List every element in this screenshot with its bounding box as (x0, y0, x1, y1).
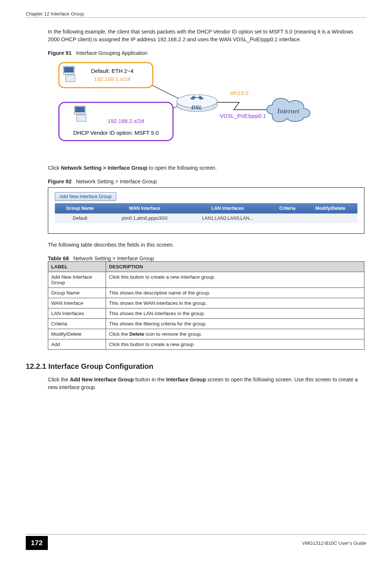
table-row: Default ptm0.1,atm0,pppo3G0 LAN1,LAN2,LA… (55, 214, 357, 223)
svg-rect-9 (77, 115, 86, 121)
th-label: LABEL (48, 262, 106, 272)
col-modify-delete: Modify/Delete (304, 203, 358, 214)
figure91-caption: Figure 91 Interface Grouping Application (48, 50, 366, 56)
table68-title: Network Setting > Interface Group (73, 255, 154, 261)
figure91-diagram: Default: ETH 2~4 192.168.1.x/24 192.168.… (48, 59, 366, 155)
guide-title: VMG1312-B10C User’s Guide (302, 540, 366, 546)
chapter-label: Chapter 12 Interface Group (26, 11, 84, 17)
t68-r4-label: Criteria (48, 319, 106, 329)
t68-r0-label: Add New Interface Group (48, 272, 106, 288)
figure92-caption: Figure 92 Network Setting > Interface Gr… (48, 179, 366, 184)
page-header: Chapter 12 Interface Group (26, 11, 366, 18)
t68-r6-desc: Click this button to create a new group. (106, 339, 364, 350)
t68-r5-label: Modify/Delete (48, 329, 106, 339)
add-new-interface-group-button[interactable]: Add New Interface Group (55, 192, 116, 201)
cell-criteria (271, 214, 304, 223)
cell-wan: ptm0.1,atm0,pppo3G0 (105, 214, 184, 223)
click-suffix: to open the following screen. (147, 165, 217, 171)
table-row: Group Name This shows the descriptive na… (48, 288, 364, 298)
section-heading-12-2-1: 12.2.1 Interface Group Configuration (26, 362, 366, 371)
table-row: Modify/Delete Click the Delete icon to r… (48, 329, 364, 339)
box1-line1: Default: ETH 2~4 (91, 68, 133, 74)
section-12-2-1-paragraph: Click the Add New Interface Group button… (48, 376, 366, 391)
col-group-name: Group Name (55, 203, 105, 214)
t68-r5-desc: Click the Delete icon to remove the grou… (106, 329, 364, 339)
click-prefix: Click (48, 165, 61, 171)
eth-label: eth10.0 (230, 90, 248, 96)
figure92-screenshot: Add New Interface Group Group Name WAN I… (48, 187, 364, 234)
t68-r3-label: LAN Interfaces (48, 308, 106, 319)
figure92-title: Network Setting > Interface Group (76, 179, 157, 184)
table68-caption: Table 68 Network Setting > Interface Gro… (48, 255, 366, 261)
svg-rect-5 (66, 75, 75, 82)
vdsl-label: VDSL_PoE/ppp0.1 (220, 113, 266, 119)
click-sentence: Click Network Setting > Interface Group … (48, 164, 366, 172)
col-lan-interfaces: LAN Interfaces (184, 203, 271, 214)
cell-lan: LAN1,LAN2,LAN3,LAN... (184, 214, 271, 223)
box2-line2: DHCP Vendor ID option: MSFT 5.0 (73, 130, 159, 136)
click-bold: Network Setting > Interface Group (61, 165, 147, 171)
table-row: Add Click this button to create a new gr… (48, 339, 364, 350)
box2-line1: 192.168.2.x/24 (107, 118, 144, 124)
cell-group-name: Default (55, 214, 105, 223)
t68-r1-label: Group Name (48, 288, 106, 298)
box1-line2: 192.168.1.x/24 (94, 76, 130, 82)
t68-r3-desc: This shows the LAN interfaces in the gro… (106, 308, 364, 319)
table-row: WAN Interface This shows the WAN interfa… (48, 298, 364, 308)
th-description: DESCRIPTION (106, 262, 364, 272)
t68-r2-desc: This shows the WAN interfaces in the gro… (106, 298, 364, 308)
cell-modify (304, 214, 358, 223)
figure91-label: Figure 91 (48, 50, 71, 56)
t68-r0-desc: Click this button to create a new interf… (106, 272, 364, 288)
svg-rect-4 (64, 67, 74, 73)
interface-group-table: Group Name WAN Interface LAN Interfaces … (55, 203, 357, 223)
svg-rect-8 (75, 107, 85, 112)
t68-r4-desc: This shows the filtering criteria for th… (106, 319, 364, 329)
figure92-label: Figure 92 (48, 179, 71, 184)
page-number: 172 (26, 536, 48, 550)
table-row: Criteria This shows the filtering criter… (48, 319, 364, 329)
dsl-label: DSL (191, 104, 202, 110)
figure91-title: Interface Grouping Application (76, 50, 148, 56)
intro-paragraph: In the following example, the client tha… (48, 28, 366, 43)
t68-r2-label: WAN Interface (48, 298, 106, 308)
table68: LABEL DESCRIPTION Add New Interface Grou… (48, 261, 364, 350)
internet-label: Internet (277, 107, 300, 115)
t68-r6-label: Add (48, 339, 106, 350)
table-intro: The following table describes the fields… (48, 241, 366, 249)
table-row: Add New Interface Group Click this butto… (48, 272, 364, 288)
t68-r1-desc: This shows the descriptive name of the g… (106, 288, 364, 298)
table68-label: Table 68 (48, 255, 69, 261)
page-footer: 172 VMG1312-B10C User’s Guide (26, 534, 366, 550)
col-wan-interface: WAN Interface (105, 203, 184, 214)
col-criteria: Criteria (271, 203, 304, 214)
table-row: LAN Interfaces This shows the LAN interf… (48, 308, 364, 319)
